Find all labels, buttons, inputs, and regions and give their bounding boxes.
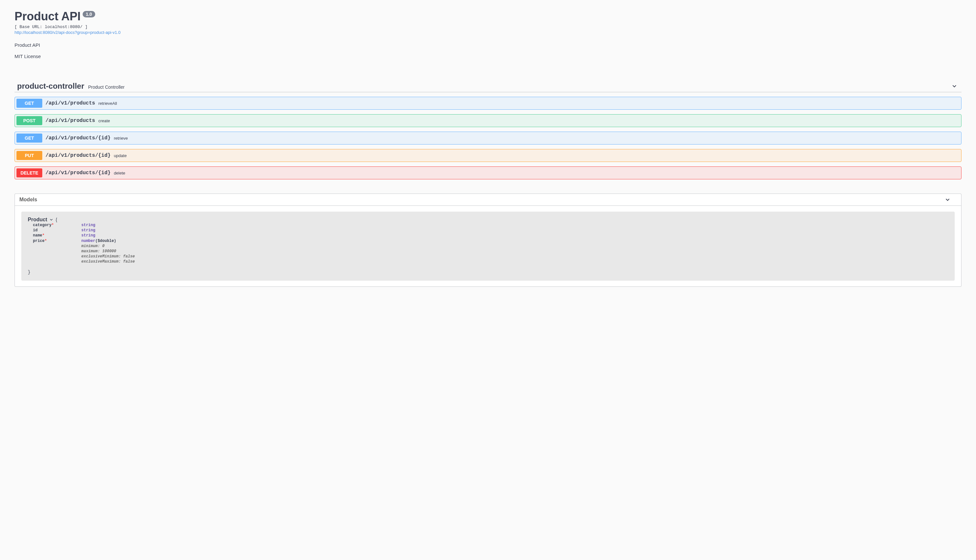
operation-summary: create	[98, 118, 110, 123]
method-badge: GET	[17, 99, 42, 108]
base-url-prefix: [ Base URL:	[15, 25, 45, 29]
property-name: category*	[33, 223, 81, 228]
method-badge: POST	[17, 116, 42, 125]
model-property-row: idstring	[33, 228, 948, 233]
operations-list: GET/api/v1/productsretrieveAllPOST/api/v…	[15, 97, 961, 179]
operation-path: /api/v1/products	[45, 100, 95, 106]
property-name: name*	[33, 233, 81, 238]
method-badge: GET	[17, 133, 42, 143]
api-license[interactable]: MIT License	[15, 53, 961, 59]
model-name-row[interactable]: Product{	[28, 217, 948, 223]
operation-summary: delete	[114, 171, 125, 175]
api-header: Product API 1.0 [ Base URL: localhost:80…	[15, 10, 961, 59]
method-badge: PUT	[17, 151, 42, 160]
property-constraint: exclusiveMinimum: false	[33, 254, 948, 259]
chevron-down-icon	[944, 197, 951, 203]
property-name: price*	[33, 238, 81, 243]
model-box: Product{category*stringidstringname*stri…	[21, 212, 955, 281]
operation-path: /api/v1/products	[45, 118, 95, 123]
operation-summary: retrieveAll	[98, 101, 117, 106]
api-description: Product API	[15, 42, 961, 48]
api-title: Product API	[15, 10, 81, 23]
property-constraint: maximum: 100000	[33, 249, 948, 254]
model-name: Product	[28, 217, 47, 223]
property-type: string	[81, 223, 95, 228]
models-header[interactable]: Models	[15, 194, 961, 206]
model-property-row: name*string	[33, 233, 948, 238]
base-url-value: localhost:8080/	[45, 25, 83, 29]
property-type: number($double)	[81, 238, 116, 243]
method-badge: DELETE	[17, 168, 42, 177]
property-type: string	[81, 228, 95, 233]
base-url: [ Base URL: localhost:8080/ ]	[15, 25, 961, 29]
controller-section-header[interactable]: product-controller Product Controller	[15, 82, 961, 92]
operation-row[interactable]: GET/api/v1/products/{id}retrieve	[15, 132, 961, 145]
operation-row[interactable]: POST/api/v1/productscreate	[15, 114, 961, 127]
models-section: Models Product{category*stringidstringna…	[15, 193, 961, 287]
property-type: string	[81, 233, 95, 238]
operation-row[interactable]: GET/api/v1/productsretrieveAll	[15, 97, 961, 110]
base-url-suffix: ]	[83, 25, 88, 29]
controller-description: Product Controller	[88, 85, 125, 90]
model-property-row: category*string	[33, 223, 948, 228]
controller-name: product-controller	[17, 82, 84, 91]
operation-path: /api/v1/products/{id}	[45, 153, 111, 158]
property-constraint: exclusiveMaximum: false	[33, 259, 948, 264]
property-name: id	[33, 228, 81, 233]
model-property-row: price*number($double)	[33, 238, 948, 243]
api-docs-link[interactable]: http://localhost:8080/v2/api-docs?group=…	[15, 30, 120, 35]
models-title: Models	[19, 197, 37, 203]
operation-path: /api/v1/products/{id}	[45, 135, 111, 141]
operation-row[interactable]: PUT/api/v1/products/{id}update	[15, 149, 961, 162]
chevron-down-icon	[951, 83, 958, 89]
operation-row[interactable]: DELETE/api/v1/products/{id}delete	[15, 167, 961, 179]
close-brace: }	[28, 270, 948, 275]
operation-path: /api/v1/products/{id}	[45, 170, 111, 176]
version-badge: 1.0	[83, 11, 95, 17]
property-constraint: minimum: 0	[33, 243, 948, 249]
chevron-down-icon	[49, 217, 53, 222]
operation-summary: update	[114, 153, 127, 158]
open-brace: {	[55, 217, 57, 222]
operation-summary: retrieve	[114, 136, 128, 141]
